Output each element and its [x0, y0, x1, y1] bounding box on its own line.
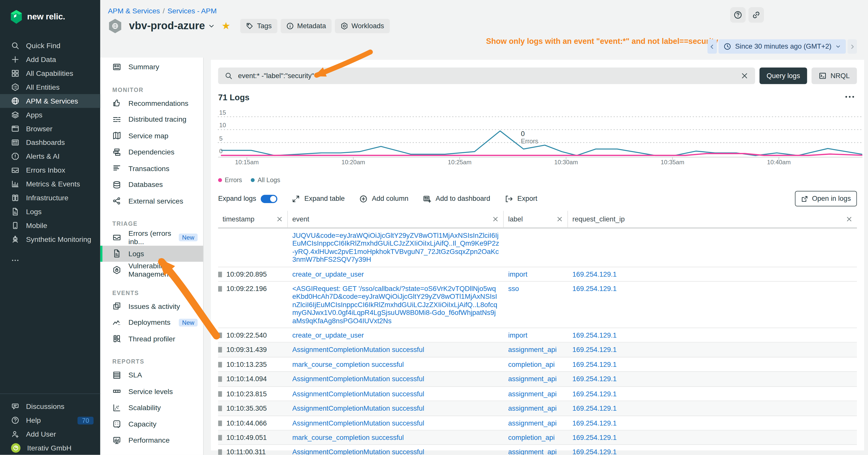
subnav-item-issues-activity[interactable]: Issues & activity [100, 298, 204, 315]
ip-link[interactable]: 169.254.129.1 [572, 449, 617, 455]
subnav-item-dependencies[interactable]: Dependencies [100, 144, 204, 160]
metadata-button[interactable]: Metadata [280, 19, 332, 33]
sidebar-item-mobile[interactable]: Mobile [0, 219, 100, 232]
subnav-item-databases[interactable]: Databases [100, 176, 204, 193]
event-link[interactable]: create_or_update_user [292, 331, 364, 339]
remove-column-icon[interactable] [492, 216, 499, 223]
ip-link[interactable]: 169.254.129.1 [572, 270, 617, 278]
add-column-button[interactable]: Add column [359, 195, 408, 203]
event-link[interactable]: JUQVU&code=eyJraWQiOiJjcGltY29yZV8wOTl1M… [292, 232, 499, 263]
log-row[interactable]: 10:10:23.815 AssignmentCompletionMutatio… [218, 387, 857, 401]
breadcrumb-link-services-apm[interactable]: Services - APM [167, 6, 217, 15]
ip-link[interactable]: 169.254.129.1 [572, 434, 617, 442]
sidebar-item-add-data[interactable]: Add Data [0, 53, 100, 66]
row-marker[interactable] [218, 420, 222, 426]
label-link[interactable]: import [508, 270, 527, 278]
remove-column-icon[interactable] [276, 216, 283, 223]
subnav-item-summary[interactable]: Summary [100, 59, 204, 75]
sidebar-item-all-entities[interactable]: All Entities [0, 80, 100, 94]
sidebar-item-synthetic-monitoring[interactable]: Synthetic Monitoring [0, 232, 100, 246]
event-link[interactable]: AssignmentCompletionMutation successful [292, 346, 424, 354]
column-header-request-client-ip[interactable]: request_client_ip [568, 211, 857, 228]
help-button[interactable] [730, 7, 745, 23]
sidebar-item-help[interactable]: Help 70 [0, 414, 100, 427]
subnav-item-transactions[interactable]: Transactions [100, 160, 204, 176]
log-row[interactable]: 10:10:44.066 AssignmentCompletionMutatio… [218, 416, 857, 430]
row-marker[interactable] [218, 332, 222, 338]
log-row[interactable]: 10:09:31.439 AssignmentCompletionMutatio… [218, 343, 857, 358]
sidebar-item-add-user[interactable]: Add User [0, 427, 100, 441]
sidebar-item-browser[interactable]: Browser [0, 122, 100, 135]
toggle-on-icon[interactable] [260, 195, 277, 203]
row-marker[interactable] [218, 347, 222, 353]
log-row[interactable]: 10:09:22.540 create_or_update_user impor… [218, 328, 857, 343]
ip-link[interactable]: 169.254.129.1 [572, 376, 617, 383]
subnav-item-logs[interactable]: Logs [100, 246, 204, 262]
share-link-button[interactable] [748, 7, 764, 23]
sidebar-item-all-capabilities[interactable]: All Capabilities [0, 66, 100, 80]
event-link[interactable]: AssignmentCompletionMutation successful [292, 376, 424, 383]
subnav-item-recommendations[interactable]: Recommendations [100, 95, 204, 111]
ip-link[interactable]: 169.254.129.1 [572, 390, 617, 398]
label-link[interactable]: completion_api [508, 361, 555, 368]
column-header-timestamp[interactable]: timestamp [218, 211, 288, 228]
log-row[interactable]: 10:11:00.311 AssignmentCompletionMutatio… [218, 445, 857, 455]
subnav-item-distributed-tracing[interactable]: Distributed tracing [100, 111, 204, 128]
event-link[interactable]: AssignmentCompletionMutation successful [292, 404, 424, 413]
log-query-input[interactable] [237, 71, 736, 80]
time-range-prev-button[interactable] [708, 39, 717, 54]
breadcrumb-link-apm-services[interactable]: APM & Services [108, 6, 160, 15]
ip-link[interactable]: 169.254.129.1 [572, 331, 617, 339]
sidebar-item-infrastructure[interactable]: Infrastructure [0, 191, 100, 205]
sidebar-item-apps[interactable]: Apps [0, 108, 100, 122]
time-range-next-button[interactable] [847, 39, 857, 54]
ip-link[interactable]: 169.254.129.1 [572, 285, 617, 293]
log-row[interactable]: 10:10:35.305 AssignmentCompletionMutatio… [218, 401, 857, 416]
ip-link[interactable]: 169.254.129.1 [572, 346, 617, 354]
row-marker[interactable] [218, 450, 222, 455]
legend-item-all-logs[interactable]: All Logs [251, 176, 280, 183]
tags-button[interactable]: Tags [241, 19, 277, 33]
event-link[interactable]: create_or_update_user [292, 270, 364, 278]
row-marker[interactable] [218, 377, 222, 382]
row-marker[interactable] [218, 391, 222, 396]
sidebar-item-more-options[interactable] [0, 254, 100, 267]
log-row[interactable]: 10:10:49.051 mark_course_completion succ… [218, 430, 857, 445]
subnav-item-scalability[interactable]: Scalability [100, 399, 204, 416]
subnav-item-vulnerability-management[interactable]: Vulnerability Management [100, 262, 204, 278]
workloads-button[interactable]: Workloads [335, 19, 390, 33]
sidebar-item-errors-inbox[interactable]: Errors Inbox [0, 163, 100, 177]
row-marker[interactable] [218, 405, 222, 411]
label-link[interactable]: assignment_api [508, 404, 557, 413]
event-link[interactable]: mark_course_completion successful [292, 434, 404, 442]
log-row[interactable]: 10:10:13.235 mark_course_completion succ… [218, 358, 857, 372]
event-link[interactable]: AssignmentCompletionMutation successful [292, 419, 424, 427]
sidebar-item-logs[interactable]: Logs [0, 205, 100, 219]
subnav-item-thread-profiler[interactable]: Thread profiler [100, 330, 204, 347]
remove-column-icon[interactable] [556, 216, 563, 223]
row-marker[interactable] [218, 286, 222, 292]
sidebar-item-apm-services[interactable]: APM & Services [0, 94, 100, 108]
event-link[interactable]: <ASGIRequest: GET '/sso/callback/?state=… [292, 285, 497, 325]
column-header-label[interactable]: label [504, 211, 568, 228]
sidebar-item-quick-find[interactable]: Quick Find [0, 39, 100, 53]
label-link[interactable]: assignment_api [508, 390, 557, 398]
subnav-item-capacity[interactable]: Capacity [100, 416, 204, 432]
sidebar-item-alerts-ai[interactable]: Alerts & AI [0, 150, 100, 163]
query-logs-button[interactable]: Query logs [760, 67, 807, 84]
log-row[interactable]: 10:09:20.895 create_or_update_user impor… [218, 267, 857, 282]
event-link[interactable]: AssignmentCompletionMutation successful [292, 449, 424, 455]
label-link[interactable]: assignment_api [508, 419, 557, 427]
label-link[interactable]: assignment_api [508, 449, 557, 455]
label-link[interactable]: completion_api [508, 434, 555, 442]
subnav-item-errors-errors-inb[interactable]: Errors (errors inb... New [100, 229, 204, 246]
subnav-item-service-levels[interactable]: Service levels [100, 383, 204, 399]
logs-timeseries-chart[interactable]: 0 Errors 05101510:15am10:20am10:25am10:3… [218, 107, 857, 169]
ip-link[interactable]: 169.254.129.1 [572, 404, 617, 413]
log-row[interactable]: JUQVU&code=eyJraWQiOiJjcGltY29yZV8wOTl1M… [218, 228, 857, 267]
time-range-selector[interactable]: Since 30 minutes ago (GMT+2) [718, 39, 846, 54]
sidebar-item-discussions[interactable]: Discussions [0, 399, 100, 414]
label-link[interactable]: assignment_api [508, 376, 557, 383]
new-relic-logo[interactable]: new relic. [0, 0, 100, 27]
ip-link[interactable]: 169.254.129.1 [572, 361, 617, 368]
